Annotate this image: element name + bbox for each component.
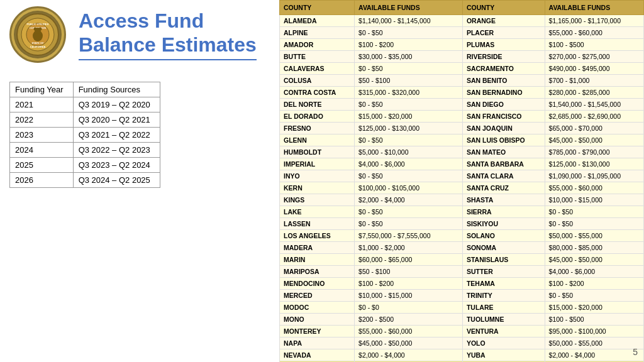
county-name: GLENN (280, 134, 355, 146)
county-name: MERCED (280, 290, 355, 302)
county-name: LAKE (280, 206, 355, 218)
county-name: SUTTER (462, 266, 545, 278)
county-funds: $95,000 - $100,000 (545, 326, 643, 337)
county-name: TEHAMA (462, 278, 545, 290)
county-funds: $50,000 - $55,000 (545, 337, 643, 349)
county-funds: $50 - $100 (355, 75, 463, 87)
county-name: SAN MATEO (462, 146, 545, 158)
county-row: IMPERIAL$4,000 - $6,000SANTA BARBARA$125… (280, 158, 644, 170)
county-row: NEVADA$2,000 - $4,000YUBA$2,000 - $4,000 (280, 349, 644, 361)
county-funds: $55,000 - $60,000 (545, 182, 643, 194)
county-name: SANTA BARBARA (462, 158, 545, 170)
county-row: MODOC$0 - $0TULARE$15,000 - $20,000 (280, 302, 644, 314)
county-funds: $700 - $1,000 (545, 75, 643, 87)
county-name: EL DORADO (280, 111, 355, 123)
county-funds: $50,000 - $55,000 (545, 230, 643, 242)
county-name: TRINITY (462, 290, 545, 302)
county-funds: $0 - $50 (355, 134, 463, 146)
county-funds: $15,000 - $20,000 (545, 302, 643, 314)
county-funds: $200 - $500 (355, 314, 463, 326)
county-name: RIVERSIDE (462, 51, 545, 63)
county-name: SANTA CLARA (462, 170, 545, 182)
county-funds: $4,000 - $6,000 (545, 266, 643, 278)
county-row: CONTRA COSTA$315,000 - $320,000SAN BERNA… (280, 87, 644, 99)
county-name: SOLANO (462, 230, 545, 242)
title-area: Access Fund Balance Estimates (79, 9, 257, 61)
county-funds: $315,000 - $320,000 (355, 87, 463, 99)
county-row: MADERA$1,000 - $2,000SONOMA$80,000 - $85… (280, 242, 644, 254)
county-funds: $1,165,000 - $1,170,000 (545, 15, 643, 27)
county-name: ALPINE (280, 27, 355, 39)
county-table-header: AVAILABLE FUNDS (545, 1, 643, 15)
county-funds: $10,000 - $15,000 (355, 290, 463, 302)
county-name: SAN DIEGO (462, 99, 545, 111)
funding-sources-header: Funding Sources (73, 82, 160, 97)
county-funds: $0 - $50 (355, 63, 463, 75)
county-funds: $100 - $500 (545, 314, 643, 326)
funding-section: Funding Year Funding Sources 2021Q3 2019… (9, 82, 160, 188)
county-row: ALAMEDA$1,140,000 - $1,145,000ORANGE$1,1… (280, 15, 644, 27)
county-name: SONOMA (462, 242, 545, 254)
county-table-header: COUNTY (280, 1, 355, 15)
funding-year: 2026 (10, 173, 74, 188)
county-table: COUNTYAVAILABLE FUNDSCOUNTYAVAILABLE FUN… (279, 0, 644, 362)
county-row: MONO$200 - $500TUOLUMNE$100 - $500 (280, 314, 644, 326)
county-row: LOS ANGELES$7,550,000 - $7,555,000SOLANO… (280, 230, 644, 242)
county-funds: $2,000 - $4,000 (355, 194, 463, 206)
county-name: MONTEREY (280, 326, 355, 337)
county-funds: $60,000 - $65,000 (355, 254, 463, 266)
funding-year: 2021 (10, 97, 74, 112)
county-row: FRESNO$125,000 - $130,000SAN JOAQUIN$65,… (280, 123, 644, 134)
county-funds: $2,000 - $4,000 (355, 349, 463, 361)
county-row: BUTTE$30,000 - $35,000RIVERSIDE$270,000 … (280, 51, 644, 63)
county-name: BUTTE (280, 51, 355, 63)
county-name: PLUMAS (462, 39, 545, 51)
county-funds: $125,000 - $130,000 (545, 158, 643, 170)
svg-text:CALIFORNIA: CALIFORNIA (30, 45, 46, 48)
funding-source: Q3 2024 – Q2 2025 (73, 173, 160, 188)
county-name: MENDOCINO (280, 278, 355, 290)
funding-row: 2021Q3 2019 – Q2 2020 (10, 97, 160, 112)
logo: PUBLIC UTILITIES COMMISSION STATE OF CAL… (9, 6, 66, 63)
county-funds: $125,000 - $130,000 (355, 123, 463, 134)
county-funds: $0 - $50 (355, 206, 463, 218)
county-name: MODOC (280, 302, 355, 314)
county-name: NAPA (280, 337, 355, 349)
county-funds: $100 - $200 (355, 278, 463, 290)
county-name: MARIN (280, 254, 355, 266)
county-name: CONTRA COSTA (280, 87, 355, 99)
county-name: KERN (280, 182, 355, 194)
county-row: AMADOR$100 - $200PLUMAS$100 - $500 (280, 39, 644, 51)
county-row: GLENN$0 - $50SAN LUIS OBISPO$45,000 - $5… (280, 134, 644, 146)
county-funds: $785,000 - $790,000 (545, 146, 643, 158)
page-title: Access Fund Balance Estimates (79, 9, 257, 57)
county-funds: $30,000 - $35,000 (355, 51, 463, 63)
county-row: KERN$100,000 - $105,000SANTA CRUZ$55,000… (280, 182, 644, 194)
county-funds: $100 - $200 (355, 39, 463, 51)
county-name: FRESNO (280, 123, 355, 134)
county-row: HUMBOLDT$5,000 - $10,000SAN MATEO$785,00… (280, 146, 644, 158)
funding-row: 2023Q3 2021 – Q2 2022 (10, 128, 160, 143)
county-funds: $0 - $50 (355, 99, 463, 111)
county-row: INYO$0 - $50SANTA CLARA$1,090,000 - $1,0… (280, 170, 644, 182)
funding-row: 2026Q3 2024 – Q2 2025 (10, 173, 160, 188)
county-funds: $0 - $50 (355, 170, 463, 182)
county-funds: $4,000 - $6,000 (355, 158, 463, 170)
funding-source: Q3 2021 – Q2 2022 (73, 128, 160, 143)
logo-inner: PUBLIC UTILITIES COMMISSION STATE OF CAL… (14, 11, 62, 58)
county-funds: $7,550,000 - $7,555,000 (355, 230, 463, 242)
county-row: MENDOCINO$100 - $200TEHAMA$100 - $200 (280, 278, 644, 290)
county-funds: $1,000 - $2,000 (355, 242, 463, 254)
county-row: LASSEN$0 - $50SISKIYOU$0 - $50 (280, 218, 644, 230)
county-table-header: COUNTY (462, 1, 545, 15)
funding-year: 2023 (10, 128, 74, 143)
county-funds: $0 - $50 (355, 218, 463, 230)
county-name: YUBA (462, 349, 545, 361)
county-name: TULARE (462, 302, 545, 314)
county-funds: $10,000 - $15,000 (545, 194, 643, 206)
county-name: ALAMEDA (280, 15, 355, 27)
county-name: PLACER (462, 27, 545, 39)
county-name: SAN JOAQUIN (462, 123, 545, 134)
county-name: INYO (280, 170, 355, 182)
county-row: COLUSA$50 - $100SAN BENITO$700 - $1,000 (280, 75, 644, 87)
